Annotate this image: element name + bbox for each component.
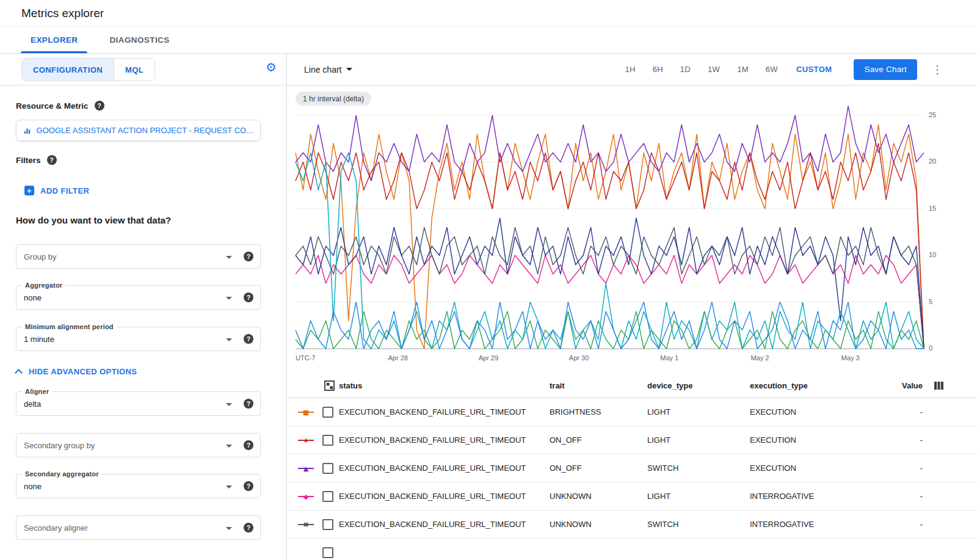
y-axis-tick: 10 [929, 251, 950, 258]
help-icon[interactable]: ? [244, 334, 253, 344]
value-cell: - [920, 398, 923, 426]
line-chart[interactable] [296, 112, 924, 352]
config-toolbar: CONFIGURATION MQL ⚙ [0, 54, 286, 85]
table-row[interactable]: ◆EXECUTION_BACKEND_FAILURE_URL_TIMEOUTUN… [288, 482, 977, 511]
execution-type-cell: EXECUTION [750, 426, 796, 454]
device-type-cell: LIGHT [647, 482, 670, 510]
group-by-dropdown[interactable]: Group by ? [16, 244, 261, 269]
x-axis-tick: May 2 [750, 354, 769, 362]
secondary-group-by-placeholder: Secondary group by [24, 441, 95, 450]
secondary-aligner-placeholder: Secondary aligner [24, 523, 88, 533]
device-type-cell: SWITCH [647, 511, 678, 538]
chevron-down-icon [226, 338, 232, 341]
device-type-cell: LIGHT [647, 398, 670, 426]
x-axis-tick: Apr 30 [569, 354, 589, 362]
table-row[interactable]: ★EXECUTION_BACKEND_FAILURE_URL_TIMEOUTON… [288, 426, 977, 454]
hide-advanced-options-label: HIDE ADVANCED OPTIONS [29, 367, 137, 376]
metric-chip[interactable]: GOOGLE ASSISTANT ACTION PROJECT - REQUES… [16, 120, 261, 141]
add-box-icon: + [24, 186, 34, 195]
time-range-1m[interactable]: 1M [737, 65, 749, 74]
table-row[interactable]: ▲EXECUTION_BACKEND_FAILURE_URL_TIMEOUTON… [288, 454, 977, 482]
interval-chip[interactable]: 1 hr interval (delta) [296, 92, 371, 106]
value-cell: - [920, 482, 923, 510]
table-row[interactable]: ■EXECUTION_BACKEND_FAILURE_URL_TIMEOUTBR… [288, 398, 977, 426]
help-icon[interactable]: ? [47, 155, 57, 165]
chart-type-dropdown[interactable]: Line chart [304, 65, 352, 75]
column-picker-icon[interactable] [934, 374, 944, 398]
help-icon[interactable]: ? [95, 101, 104, 111]
metric-chip-label: GOOGLE ASSISTANT ACTION PROJECT - REQUES… [37, 126, 253, 135]
secondary-group-by-dropdown[interactable]: Secondary group by ? [16, 433, 261, 457]
help-icon[interactable]: ? [244, 440, 253, 450]
chevron-down-icon [226, 485, 232, 489]
time-range-1h[interactable]: 1H [625, 65, 635, 74]
help-icon[interactable]: ? [244, 523, 253, 533]
help-icon[interactable]: ? [244, 252, 253, 261]
execution-type-cell: EXECUTION [750, 454, 796, 482]
tab-diagnostics[interactable]: DIAGNOSTICS [93, 27, 185, 53]
add-filter-label: ADD FILTER [40, 186, 89, 195]
execution-type-cell: EXECUTION [750, 398, 796, 426]
value-cell: - [920, 511, 923, 538]
row-checkbox[interactable] [322, 407, 333, 418]
aligner-value: delta [24, 399, 41, 409]
row-checkbox[interactable] [322, 519, 333, 530]
time-range-1d[interactable]: 1D [680, 65, 691, 74]
column-header-trait[interactable]: trait [550, 374, 565, 398]
x-axis-tick: May 1 [660, 354, 678, 362]
hide-advanced-options-link[interactable]: HIDE ADVANCED OPTIONS [16, 367, 137, 376]
value-cell: - [920, 454, 923, 482]
chevron-down-icon [346, 68, 352, 71]
add-filter-button[interactable]: + ADD FILTER [24, 186, 89, 195]
mql-tab[interactable]: MQL [114, 59, 154, 81]
chevron-down-icon [226, 527, 232, 530]
row-checkbox[interactable] [322, 435, 333, 446]
settings-gear-icon[interactable]: ⚙ [266, 61, 277, 73]
secondary-aggregator-dropdown[interactable]: Secondary aggregator none ? [16, 474, 261, 498]
series-legend-icon: ■ [298, 408, 314, 416]
select-all-icon[interactable] [324, 374, 335, 398]
tab-explorer[interactable]: EXPLORER [15, 27, 93, 53]
row-checkbox[interactable] [322, 463, 333, 474]
time-range-1w[interactable]: 1W [708, 65, 720, 74]
column-header-status[interactable]: status [339, 374, 362, 398]
x-axis-tick: May 3 [841, 354, 860, 362]
min-alignment-dropdown[interactable]: Minimum alignment period 1 minute ? [16, 327, 261, 351]
column-header-value[interactable]: Value [902, 374, 923, 398]
column-header-execution-type[interactable]: execution_type [750, 374, 808, 398]
page-title: Metrics explorer [0, 0, 977, 20]
status-cell: EXECUTION_BACKEND_FAILURE_URL_TIMEOUT [339, 482, 526, 510]
time-range-6h[interactable]: 6H [653, 65, 663, 74]
x-axis-tick: Apr 28 [388, 354, 408, 362]
aggregator-label: Aggregator [22, 282, 65, 289]
secondary-aggregator-value: none [24, 482, 42, 491]
metrics-explorer-app: Metrics explorer EXPLORER DIAGNOSTICS CO… [0, 0, 977, 560]
row-checkbox[interactable] [322, 491, 333, 502]
time-range-group: 1H6H1D1W1M6W [625, 65, 778, 74]
execution-type-cell: INTERROGATIVE [750, 511, 814, 538]
config-mode-toggle: CONFIGURATION MQL [21, 58, 155, 81]
series-legend-icon [298, 548, 314, 557]
trait-cell: UNKNOWN [550, 511, 592, 538]
time-range-6w[interactable]: 6W [766, 65, 778, 74]
secondary-aligner-dropdown[interactable]: Secondary aligner ? [16, 515, 261, 540]
help-icon[interactable]: ? [244, 399, 253, 409]
column-header-device-type[interactable]: device_type [647, 374, 692, 398]
time-range-custom[interactable]: CUSTOM [796, 65, 832, 74]
help-icon[interactable]: ? [244, 481, 253, 491]
chevron-down-icon [226, 256, 232, 259]
min-alignment-value: 1 minute [24, 335, 54, 344]
row-checkbox[interactable] [322, 547, 333, 558]
chart-type-label: Line chart [304, 65, 341, 75]
aligner-dropdown[interactable]: Aligner delta ? [16, 391, 261, 416]
save-chart-button[interactable]: Save Chart [854, 59, 917, 80]
help-icon[interactable]: ? [244, 293, 253, 302]
table-header: status trait device_type execution_type … [288, 374, 977, 398]
value-cell: - [920, 426, 923, 454]
device-type-cell: LIGHT [647, 426, 670, 454]
table-row[interactable]: ✖EXECUTION_BACKEND_FAILURE_URL_TIMEOUTUN… [288, 511, 977, 539]
configuration-tab[interactable]: CONFIGURATION [22, 59, 114, 81]
table-row[interactable] [288, 539, 977, 560]
more-options-icon[interactable]: ⋮ [932, 63, 943, 76]
aggregator-dropdown[interactable]: Aggregator none ? [16, 285, 261, 310]
